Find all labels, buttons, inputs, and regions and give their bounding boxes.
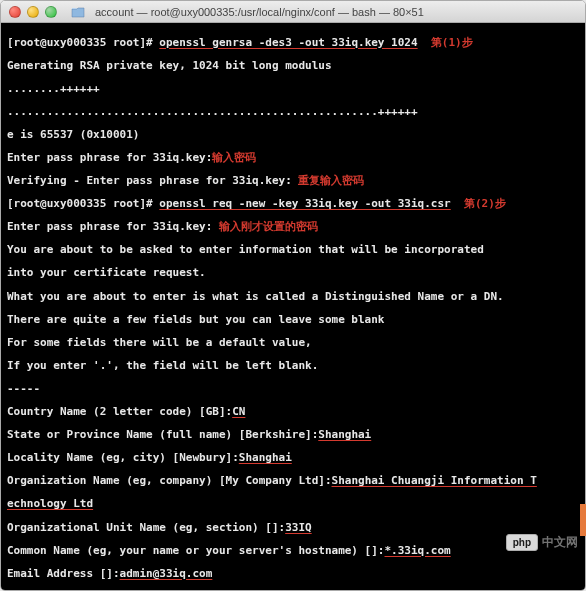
decorative-bar [580, 504, 586, 536]
input-province: Shanghai [318, 428, 371, 441]
terminal-line: ----- [7, 383, 579, 395]
terminal-line: For some fields there will be a default … [7, 337, 579, 349]
terminal-line: Common Name (eg, your name or your serve… [7, 545, 579, 557]
terminal-line: Email Address []:admin@33iq.com [7, 568, 579, 580]
terminal-line: Enter pass phrase for 33iq.key: 输入刚才设置的密… [7, 221, 579, 233]
terminal-line: State or Province Name (full name) [Berk… [7, 429, 579, 441]
terminal-line: [root@uxy000335 root]# openssl genrsa -d… [7, 37, 579, 49]
terminal-line: into your certificate request. [7, 267, 579, 279]
input-org: Shanghai Chuangji Information T [332, 474, 537, 487]
terminal-line: [root@uxy000335 root]# openssl req -new … [7, 198, 579, 210]
input-locality: Shanghai [239, 451, 292, 464]
watermark-badge: php [506, 534, 538, 551]
annotation-step1: 第(1)步 [431, 36, 473, 49]
terminal-line: e is 65537 (0x10001) [7, 129, 579, 141]
minimize-icon[interactable] [27, 6, 39, 18]
zoom-icon[interactable] [45, 6, 57, 18]
terminal-line: If you enter '.', the field will be left… [7, 360, 579, 372]
terminal-line: Generating RSA private key, 1024 bit lon… [7, 60, 579, 72]
terminal-line: What you are about to enter is what is c… [7, 291, 579, 303]
input-org-cont: echnology Ltd [7, 497, 93, 510]
terminal-line: ........................................… [7, 106, 579, 118]
annotation-step2: 第(2)步 [464, 197, 506, 210]
titlebar: account — root@uxy000335:/usr/local/ngin… [1, 1, 585, 23]
window-title: account — root@uxy000335:/usr/local/ngin… [95, 6, 577, 18]
watermark: php 中文网 [506, 534, 578, 551]
input-email: admin@33iq.com [120, 567, 213, 580]
terminal-line: ........++++++ [7, 83, 579, 95]
annotation-enter-pwd: 输入密码 [212, 151, 256, 164]
terminal-line: There are quite a few fields but you can… [7, 314, 579, 326]
folder-icon [71, 6, 85, 18]
watermark-text: 中文网 [542, 534, 578, 551]
command-step1: openssl genrsa -des3 -out 33iq.key 1024 [159, 36, 417, 49]
annotation-repeat-pwd: 重复输入密码 [298, 174, 364, 187]
terminal-line: Locality Name (eg, city) [Newbury]:Shang… [7, 452, 579, 464]
terminal-line: echnology Ltd [7, 498, 579, 510]
terminal-line: Country Name (2 letter code) [GB]:CN [7, 406, 579, 418]
terminal-line: Enter pass phrase for 33iq.key:输入密码 [7, 152, 579, 164]
traffic-lights [9, 6, 57, 18]
input-ou: 33IQ [285, 521, 312, 534]
terminal-line: You are about to be asked to enter infor… [7, 244, 579, 256]
terminal-line: Organization Name (eg, company) [My Comp… [7, 475, 579, 487]
annotation-set-pwd: 输入刚才设置的密码 [219, 220, 318, 233]
close-icon[interactable] [9, 6, 21, 18]
input-cn: *.33iq.com [385, 544, 451, 557]
terminal-line: Verifying - Enter pass phrase for 33iq.k… [7, 175, 579, 187]
command-step2: openssl req -new -key 33iq.key -out 33iq… [159, 197, 450, 210]
terminal-window: account — root@uxy000335:/usr/local/ngin… [0, 0, 586, 591]
terminal-line: Organizational Unit Name (eg, section) [… [7, 522, 579, 534]
terminal-content[interactable]: [root@uxy000335 root]# openssl genrsa -d… [1, 23, 585, 590]
input-country: CN [232, 405, 245, 418]
